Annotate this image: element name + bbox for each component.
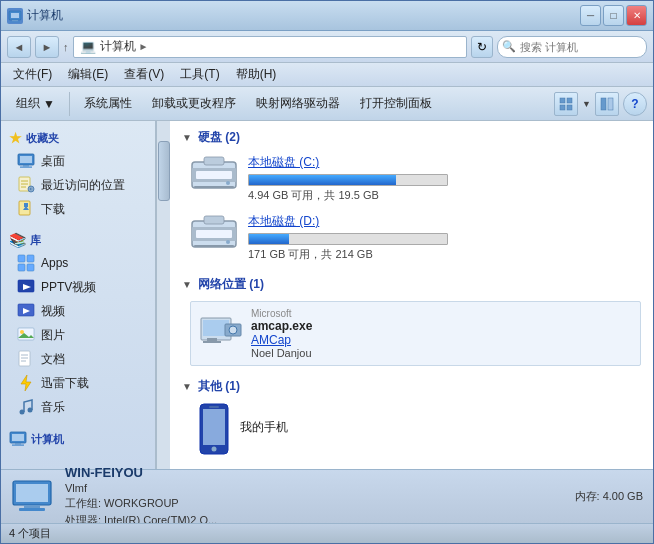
view-arrow[interactable]: ▼ [582, 99, 591, 109]
drive-d-name[interactable]: 本地磁盘 (D:) [248, 213, 641, 230]
status-right: 内存: 4.00 GB [575, 489, 643, 504]
computer-label: 计算机 [31, 432, 64, 447]
view-button[interactable] [554, 92, 578, 116]
network-app-name[interactable]: AMCap [251, 333, 312, 347]
address-arrow: ► [139, 41, 149, 52]
thunder-label: 迅雷下载 [41, 375, 89, 392]
maximize-button[interactable]: □ [603, 5, 624, 26]
video-icon [17, 302, 35, 320]
svg-rect-9 [608, 98, 613, 110]
search-input[interactable] [520, 41, 642, 53]
item-count-bar: 4 个项目 [1, 523, 653, 543]
drive-d-info: 171 GB 可用，共 214 GB [248, 247, 641, 262]
pane-button[interactable] [595, 92, 619, 116]
window-controls: ─ □ ✕ [580, 5, 647, 26]
desktop-label: 桌面 [41, 153, 65, 170]
svg-rect-8 [601, 98, 606, 110]
sidebar-computer-heading: 计算机 [1, 427, 155, 451]
svg-rect-42 [15, 443, 21, 445]
sidebar-item-apps[interactable]: Apps [5, 251, 151, 275]
svg-point-31 [20, 330, 24, 334]
organize-arrow: ▼ [43, 97, 55, 111]
drive-d-item[interactable]: 本地磁盘 (D:) 171 GB 可用，共 214 GB [190, 213, 641, 262]
drive-c-item[interactable]: 本地磁盘 (C:) 4.94 GB 可用，共 19.5 GB [190, 154, 641, 203]
minimize-button[interactable]: ─ [580, 5, 601, 26]
downloads-label: 下载 [41, 201, 65, 218]
status-memory: 内存: 4.00 GB [575, 489, 643, 504]
svg-rect-49 [194, 186, 234, 188]
sidebar-item-pptv[interactable]: PPTV视频 [5, 275, 151, 299]
menu-edit[interactable]: 编辑(E) [60, 64, 116, 85]
sidebar-item-recent[interactable]: 最近访问的位置 [5, 173, 151, 197]
title-bar: 计算机 ─ □ ✕ [1, 1, 653, 31]
uninstall-button[interactable]: 卸载或更改程序 [143, 90, 245, 118]
menu-view[interactable]: 查看(V) [116, 64, 172, 85]
svg-point-39 [28, 408, 33, 413]
sidebar-item-desktop[interactable]: 桌面 [5, 149, 151, 173]
menu-file[interactable]: 文件(F) [5, 64, 60, 85]
drive-c-name[interactable]: 本地磁盘 (C:) [248, 154, 641, 171]
map-drive-button[interactable]: 映射网络驱动器 [247, 90, 349, 118]
svg-rect-24 [18, 264, 25, 271]
search-icon: 🔍 [502, 40, 516, 53]
back-button[interactable]: ◄ [7, 36, 31, 58]
open-control-panel-button[interactable]: 打开控制面板 [351, 90, 441, 118]
system-props-button[interactable]: 系统属性 [75, 90, 141, 118]
drive-d-bar-container [248, 233, 448, 245]
sidebar-item-pictures[interactable]: 图片 [5, 323, 151, 347]
library-label: 库 [30, 233, 41, 248]
up-button[interactable]: ↑ [63, 41, 69, 53]
svg-rect-55 [194, 245, 234, 247]
sidebar-item-music[interactable]: 音乐 [5, 395, 151, 419]
menu-help[interactable]: 帮助(H) [228, 64, 285, 85]
sidebar-item-videos[interactable]: 视频 [5, 299, 151, 323]
address-bar: ◄ ► ↑ 💻 计算机 ► ↻ 🔍 [1, 31, 653, 63]
svg-rect-41 [12, 434, 24, 441]
close-button[interactable]: ✕ [626, 5, 647, 26]
document-icon [17, 350, 35, 368]
status-computer-name: WIN-FEIYOU [65, 465, 563, 480]
refresh-button[interactable]: ↻ [471, 36, 493, 58]
sidebar-favorites: ★ 收藏夹 桌面 [1, 127, 155, 221]
drive-c-bar [249, 175, 396, 185]
network-amcap-item[interactable]: Microsoft amcap.exe AMCap Noel Danjou [190, 301, 641, 366]
network-exe-name: amcap.exe [251, 319, 312, 333]
toolbar-separator [69, 92, 70, 116]
item-count: 4 个项目 [9, 526, 51, 541]
library-icon: 📚 [9, 232, 26, 248]
svg-rect-43 [12, 445, 24, 446]
phone-item[interactable]: 我的手机 [190, 403, 641, 451]
address-path-text: 计算机 [100, 38, 136, 55]
sidebar-scrollbar[interactable] [156, 121, 170, 469]
drive-d-bar [249, 234, 289, 244]
music-icon [17, 398, 35, 416]
svg-rect-54 [204, 216, 224, 224]
phone-icon [198, 403, 230, 451]
sidebar-item-thunder[interactable]: 迅雷下载 [5, 371, 151, 395]
svg-rect-65 [209, 406, 219, 408]
status-info: WIN-FEIYOU Vlmf 工作组: WORKGROUP 处理器: Inte… [65, 465, 563, 528]
recent-label: 最近访问的位置 [41, 177, 125, 194]
svg-rect-1 [11, 13, 19, 18]
address-icon: 💻 [80, 39, 96, 54]
scrollbar-thumb[interactable] [158, 141, 170, 201]
sidebar-item-downloads[interactable]: 下载 [5, 197, 151, 221]
svg-rect-58 [207, 338, 217, 341]
window-title: 计算机 [27, 7, 63, 24]
sidebar-item-documents[interactable]: 文档 [5, 347, 151, 371]
main-area: ★ 收藏夹 桌面 [1, 121, 653, 469]
forward-button[interactable]: ► [35, 36, 59, 58]
help-button[interactable]: ? [623, 92, 647, 116]
search-box[interactable]: 🔍 [497, 36, 647, 58]
drive-d-details: 本地磁盘 (D:) 171 GB 可用，共 214 GB [248, 213, 641, 262]
organize-button[interactable]: 组织 ▼ [7, 90, 64, 118]
svg-rect-30 [18, 328, 34, 340]
content-pane: ▼ 硬盘 (2) [170, 121, 653, 469]
network-triangle: ▼ [182, 279, 192, 290]
download-icon [17, 200, 35, 218]
network-amcap-icon [199, 316, 243, 352]
menu-tools[interactable]: 工具(T) [172, 64, 227, 85]
svg-point-64 [212, 447, 217, 452]
address-box[interactable]: 💻 计算机 ► [73, 36, 468, 58]
svg-rect-68 [24, 505, 40, 508]
